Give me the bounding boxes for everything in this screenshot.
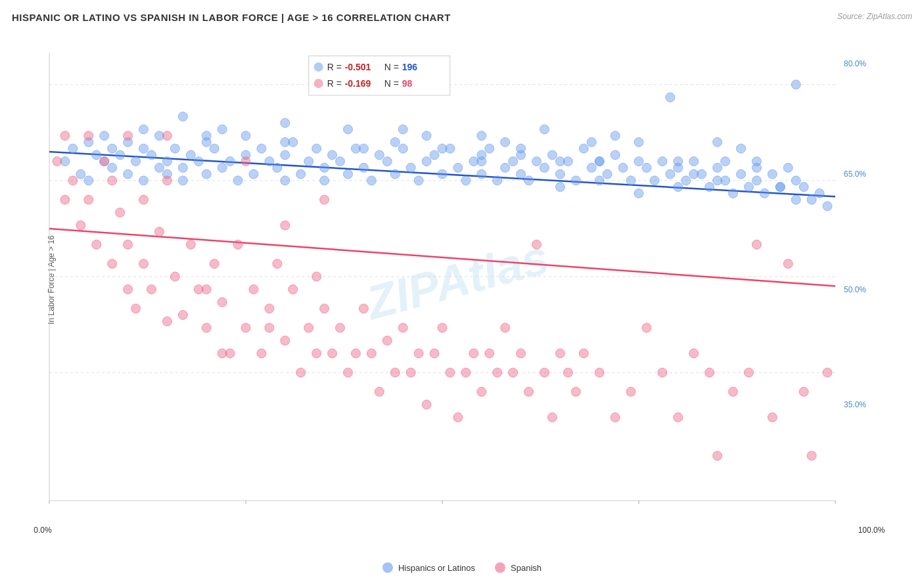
svg-point-100: [611, 150, 620, 160]
svg-point-42: [218, 163, 227, 172]
svg-point-104: [634, 189, 643, 198]
svg-point-132: [823, 202, 832, 211]
svg-point-208: [390, 368, 400, 377]
svg-point-128: [791, 195, 800, 204]
svg-point-102: [626, 176, 635, 185]
svg-point-67: [390, 137, 400, 146]
svg-point-140: [611, 131, 620, 141]
svg-point-206: [375, 387, 384, 396]
svg-point-37: [186, 150, 195, 160]
svg-point-119: [736, 169, 745, 179]
legend-item-hispanics: Hispanics or Latinos: [382, 562, 475, 573]
svg-point-20: [100, 131, 109, 141]
svg-point-160: [689, 169, 699, 179]
svg-point-201: [336, 323, 345, 332]
svg-point-229: [555, 349, 565, 358]
svg-point-127: [791, 176, 800, 185]
svg-line-12: [49, 229, 835, 286]
svg-point-114: [705, 183, 714, 192]
svg-point-51: [281, 176, 290, 185]
svg-point-135: [281, 118, 290, 127]
y-tick-80: 80.0%: [844, 59, 866, 68]
svg-point-124: [768, 169, 777, 179]
svg-point-85: [517, 169, 526, 179]
x-tick-100: 100.0%: [858, 526, 885, 535]
svg-point-198: [312, 349, 321, 358]
svg-point-117: [721, 157, 730, 166]
svg-point-212: [422, 400, 431, 409]
svg-point-50: [273, 163, 282, 172]
svg-point-171: [116, 208, 125, 217]
svg-point-259: [124, 131, 133, 141]
svg-point-54: [296, 169, 306, 179]
svg-point-217: [461, 368, 471, 377]
svg-point-126: [783, 163, 793, 172]
svg-point-165: [68, 176, 78, 185]
svg-point-185: [210, 259, 219, 269]
svg-point-71: [414, 176, 423, 185]
y-tick-50: 50.0%: [844, 285, 866, 294]
svg-point-131: [815, 189, 824, 198]
svg-point-182: [186, 240, 195, 249]
svg-text:R =: R =: [327, 62, 342, 72]
svg-point-253: [84, 131, 93, 141]
svg-point-89: [540, 163, 549, 172]
svg-point-141: [666, 93, 675, 102]
svg-point-164: [60, 131, 70, 141]
svg-point-43: [225, 157, 235, 166]
svg-point-214: [438, 323, 447, 332]
svg-point-186: [218, 298, 227, 307]
svg-point-61: [343, 169, 352, 179]
spanish-legend-circle: [495, 562, 505, 573]
svg-point-77: [461, 176, 471, 185]
svg-point-111: [681, 176, 691, 185]
svg-point-82: [493, 176, 502, 185]
svg-text:98: 98: [402, 78, 413, 89]
svg-point-107: [658, 157, 667, 166]
svg-point-228: [547, 413, 557, 422]
svg-point-146: [587, 137, 596, 146]
svg-point-169: [100, 157, 109, 166]
svg-point-243: [744, 368, 753, 377]
svg-point-184: [202, 323, 211, 332]
svg-point-262: [312, 272, 321, 281]
scatter-chart: R = -0.501N = 196R = -0.169N = 98: [43, 39, 871, 520]
svg-point-156: [477, 157, 486, 166]
svg-point-221: [493, 368, 502, 377]
svg-point-220: [485, 349, 494, 358]
svg-point-196: [296, 368, 306, 377]
svg-point-81: [485, 144, 494, 153]
svg-point-73: [430, 150, 439, 160]
svg-point-257: [320, 195, 329, 204]
svg-point-144: [422, 131, 431, 141]
svg-point-252: [108, 176, 117, 185]
svg-point-18: [92, 150, 101, 160]
svg-point-17: [84, 176, 93, 185]
svg-point-209: [398, 323, 407, 332]
svg-point-244: [752, 240, 761, 249]
svg-point-115: [713, 163, 722, 172]
svg-point-92: [555, 183, 565, 192]
svg-point-207: [382, 336, 392, 345]
svg-point-145: [501, 137, 510, 146]
svg-point-211: [414, 349, 423, 358]
svg-point-173: [124, 240, 133, 249]
svg-point-179: [162, 176, 172, 185]
y-tick-65: 65.0%: [844, 169, 866, 179]
svg-point-204: [359, 304, 368, 313]
svg-text:N =: N =: [384, 62, 399, 72]
svg-point-190: [249, 284, 258, 294]
svg-point-15: [76, 169, 85, 179]
svg-point-76: [453, 163, 463, 172]
svg-point-41: [210, 144, 219, 153]
svg-point-143: [791, 80, 800, 89]
svg-point-158: [674, 157, 683, 166]
svg-point-139: [540, 125, 549, 134]
svg-text:N =: N =: [384, 78, 399, 89]
svg-point-130: [807, 195, 816, 204]
svg-point-21: [108, 163, 117, 172]
svg-point-255: [241, 157, 250, 166]
svg-point-222: [501, 323, 510, 332]
svg-point-99: [603, 169, 612, 179]
svg-point-123: [760, 189, 769, 198]
